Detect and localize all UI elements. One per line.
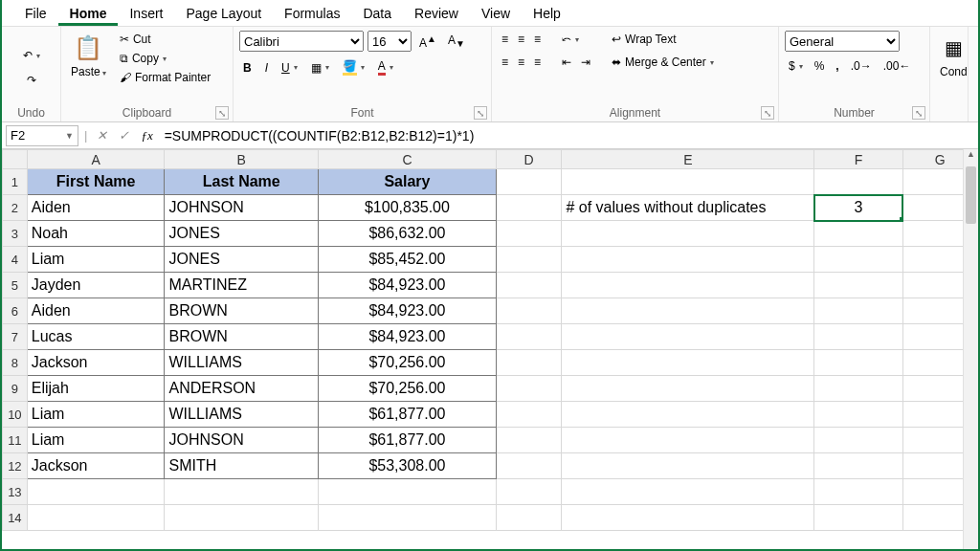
paste-button[interactable]: 📋 Paste [67, 31, 110, 80]
cell-A8[interactable]: Jackson [27, 350, 165, 376]
orientation-button[interactable]: ⤺ [558, 31, 594, 48]
cell-D1[interactable] [496, 169, 562, 195]
cell-C2[interactable]: $100,835.00 [319, 195, 497, 221]
cell-C3[interactable]: $86,632.00 [319, 221, 497, 247]
cell-C6[interactable]: $84,923.00 [319, 298, 497, 324]
cell-B10[interactable]: WILLIAMS [165, 402, 319, 428]
cell-C5[interactable]: $84,923.00 [319, 273, 497, 298]
cell-D3[interactable] [496, 221, 562, 247]
font-name-select[interactable]: Calibri [239, 31, 364, 52]
cell-A3[interactable]: Noah [27, 221, 165, 247]
cell-F1[interactable] [814, 169, 902, 195]
cell-F7[interactable] [814, 324, 902, 350]
cell-D2[interactable] [496, 195, 562, 221]
column-header-C[interactable]: C [319, 150, 497, 169]
scroll-up-icon[interactable]: ▲ [964, 149, 978, 165]
cell-B6[interactable]: BROWN [165, 298, 319, 324]
decrease-indent-button[interactable]: ⇤ [558, 54, 575, 71]
cell-F11[interactable] [814, 428, 902, 453]
row-header-7[interactable]: 7 [3, 324, 28, 350]
cell-E14[interactable] [562, 505, 814, 531]
name-box[interactable]: F2 ▼ [6, 125, 78, 146]
cell-D7[interactable] [496, 324, 562, 350]
cell-F6[interactable] [814, 298, 902, 324]
cell-B5[interactable]: MARTINEZ [165, 273, 319, 298]
cell-A2[interactable]: Aiden [27, 195, 165, 221]
cell-D14[interactable] [496, 505, 562, 531]
italic-button[interactable]: I [261, 59, 272, 77]
copy-button[interactable]: ⧉Copy [116, 50, 214, 67]
cell-A13[interactable] [27, 479, 165, 505]
row-header-6[interactable]: 6 [3, 298, 28, 324]
menu-data[interactable]: Data [351, 2, 403, 26]
row-header-8[interactable]: 8 [3, 350, 28, 376]
font-launcher[interactable]: ⤡ [474, 106, 487, 120]
cell-F10[interactable] [814, 402, 902, 428]
vertical-scrollbar[interactable]: ▲ [963, 149, 978, 549]
cell-D13[interactable] [496, 479, 562, 505]
cell-A10[interactable]: Liam [27, 402, 165, 428]
cell-E12[interactable] [562, 453, 814, 479]
cell-A14[interactable] [27, 505, 165, 531]
cell-A11[interactable]: Liam [27, 428, 165, 453]
increase-font-button[interactable]: A▲ [415, 32, 440, 52]
name-box-dropdown-icon[interactable]: ▼ [65, 131, 74, 141]
cell-F12[interactable] [814, 453, 902, 479]
column-header-B[interactable]: B [165, 150, 319, 169]
row-header-2[interactable]: 2 [3, 195, 28, 221]
cell-C8[interactable]: $70,256.00 [319, 350, 497, 376]
cell-A6[interactable]: Aiden [27, 298, 165, 324]
bold-button[interactable]: B [239, 59, 256, 77]
column-header-A[interactable]: A [27, 150, 165, 169]
menu-review[interactable]: Review [403, 2, 470, 26]
cell-D12[interactable] [496, 453, 562, 479]
font-color-button[interactable]: A [374, 57, 397, 77]
cell-F2[interactable]: 3 [814, 195, 902, 221]
column-header-D[interactable]: D [496, 150, 562, 169]
format-painter-button[interactable]: 🖌Format Painter [116, 69, 214, 86]
cell-E2[interactable]: # of values without duplicates [562, 195, 814, 221]
menu-formulas[interactable]: Formulas [273, 2, 351, 26]
cell-F5[interactable] [814, 273, 902, 298]
cell-D11[interactable] [496, 428, 562, 453]
menu-help[interactable]: Help [522, 2, 572, 26]
cell-A12[interactable]: Jackson [27, 453, 165, 479]
row-header-12[interactable]: 12 [3, 453, 28, 479]
cell-B7[interactable]: BROWN [165, 324, 319, 350]
cell-E4[interactable] [562, 247, 814, 273]
currency-button[interactable]: $ [785, 57, 807, 75]
cell-F3[interactable] [814, 221, 902, 247]
clipboard-launcher[interactable]: ⤡ [215, 106, 229, 120]
menu-insert[interactable]: Insert [118, 2, 174, 26]
row-header-5[interactable]: 5 [3, 273, 28, 298]
row-header-9[interactable]: 9 [3, 376, 28, 402]
cell-E10[interactable] [562, 402, 814, 428]
cell-E7[interactable] [562, 324, 814, 350]
cell-D5[interactable] [496, 273, 562, 298]
cell-C11[interactable]: $61,877.00 [319, 428, 497, 453]
align-top-button[interactable]: ≡ [498, 31, 512, 48]
cell-E3[interactable] [562, 221, 814, 247]
menu-home[interactable]: Home [58, 2, 119, 26]
cell-C1[interactable]: Salary [319, 169, 497, 195]
cell-A9[interactable]: Elijah [27, 376, 165, 402]
select-all-corner[interactable] [3, 150, 28, 169]
fx-button[interactable]: ƒx [135, 128, 158, 143]
cell-F9[interactable] [814, 376, 902, 402]
cell-B8[interactable]: WILLIAMS [165, 350, 319, 376]
row-header-4[interactable]: 4 [3, 247, 28, 273]
underline-button[interactable]: U [278, 59, 301, 77]
row-header-14[interactable]: 14 [3, 505, 28, 531]
font-size-select[interactable]: 16 [368, 31, 412, 52]
cell-B1[interactable]: Last Name [165, 169, 319, 195]
decrease-font-button[interactable]: A▼ [444, 32, 469, 51]
cell-F13[interactable] [814, 479, 902, 505]
column-header-E[interactable]: E [562, 150, 814, 169]
cell-A4[interactable]: Liam [27, 247, 165, 273]
menu-page-layout[interactable]: Page Layout [174, 2, 273, 26]
row-header-13[interactable]: 13 [3, 479, 28, 505]
enter-formula-button[interactable]: ✓ [113, 128, 135, 143]
cell-E1[interactable] [562, 169, 814, 195]
cell-C12[interactable]: $53,308.00 [319, 453, 497, 479]
cell-C14[interactable] [319, 505, 497, 531]
